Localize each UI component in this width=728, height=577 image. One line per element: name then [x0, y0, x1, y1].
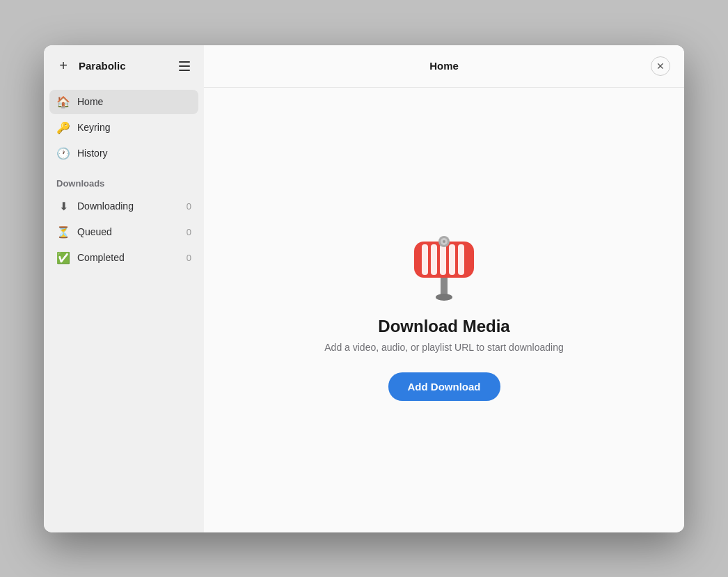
svg-rect-3 — [422, 244, 428, 275]
main-panel: Home ✕ — [204, 45, 684, 532]
close-button[interactable]: ✕ — [651, 56, 670, 76]
add-download-button[interactable]: Add Download — [388, 372, 500, 401]
download-icon: ⬇ — [56, 200, 70, 213]
sidebar-item-completed-label: Completed — [77, 252, 125, 263]
svg-rect-6 — [449, 244, 455, 275]
sidebar-item-queued[interactable]: ⏳ Queued 0 — [49, 220, 198, 244]
sidebar-item-history-label: History — [77, 148, 108, 159]
add-button[interactable]: + — [54, 56, 73, 76]
downloads-section-label: Downloads — [44, 173, 204, 191]
svg-point-10 — [443, 240, 445, 243]
sidebar-item-home[interactable]: 🏠 Home — [49, 90, 198, 114]
downloads-section: ⬇ Downloading 0 ⏳ Queued 0 ✅ Completed 0 — [44, 191, 204, 274]
sidebar: + Parabolic 🏠 Home 🔑 Keyring 🕐 History — [44, 45, 204, 532]
menu-button[interactable] — [175, 56, 194, 76]
queued-count: 0 — [187, 227, 191, 237]
sidebar-item-home-label: Home — [77, 96, 103, 107]
home-icon: 🏠 — [56, 95, 70, 109]
sidebar-item-downloading[interactable]: ⬇ Downloading 0 — [49, 194, 198, 219]
content-heading: Download Media — [324, 317, 563, 336]
keyring-icon: 🔑 — [56, 121, 70, 134]
sidebar-item-downloading-label: Downloading — [77, 200, 134, 212]
sidebar-item-history[interactable]: 🕐 History — [49, 141, 198, 166]
nav-section: 🏠 Home 🔑 Keyring 🕐 History — [44, 87, 204, 170]
sidebar-item-keyring[interactable]: 🔑 Keyring — [49, 116, 198, 140]
menu-icon-line1 — [179, 61, 190, 63]
svg-rect-5 — [440, 244, 446, 275]
page-title: Home — [237, 60, 651, 72]
app-window: + Parabolic 🏠 Home 🔑 Keyring 🕐 History — [44, 45, 684, 532]
completed-count: 0 — [187, 253, 191, 263]
app-icon — [402, 219, 486, 303]
completed-icon: ✅ — [56, 251, 70, 264]
svg-rect-4 — [431, 244, 437, 275]
menu-icon-line2 — [179, 65, 190, 67]
sidebar-header: + Parabolic — [44, 45, 204, 87]
content-text-block: Download Media Add a video, audio, or pl… — [324, 317, 563, 353]
downloading-count: 0 — [187, 201, 191, 212]
history-icon: 🕐 — [56, 147, 70, 160]
app-title: Parabolic — [79, 60, 126, 72]
parabolic-svg-icon — [406, 221, 482, 301]
svg-rect-7 — [458, 244, 464, 275]
svg-point-1 — [436, 294, 452, 301]
sidebar-item-completed[interactable]: ✅ Completed 0 — [49, 246, 198, 270]
sidebar-item-keyring-label: Keyring — [77, 122, 110, 133]
titlebar: Home ✕ — [204, 45, 684, 88]
queued-icon: ⏳ — [56, 226, 70, 239]
menu-icon-line3 — [179, 70, 190, 71]
main-content: Download Media Add a video, audio, or pl… — [204, 88, 684, 532]
content-subheading: Add a video, audio, or playlist URL to s… — [324, 342, 563, 353]
sidebar-item-queued-label: Queued — [77, 226, 112, 237]
